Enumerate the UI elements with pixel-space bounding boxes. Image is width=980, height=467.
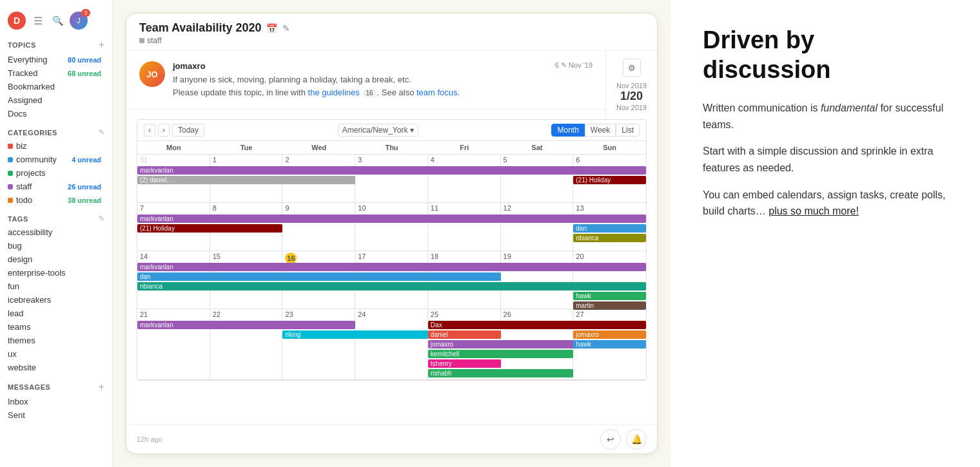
sidebar-item-ux[interactable]: ux <box>8 347 104 361</box>
cal-cell-14[interactable]: 14 <box>137 251 210 309</box>
cal-cell-24[interactable]: 24 <box>355 309 428 379</box>
cal-cell-31[interactable]: 31 <box>137 155 210 202</box>
sidebar-item-website[interactable]: website <box>8 361 104 374</box>
sidebar-item-fun[interactable]: fun <box>8 280 104 293</box>
sidebar-item-design[interactable]: design <box>8 253 104 266</box>
sidebar-item-tracked[interactable]: Tracked 68 unread <box>8 66 104 80</box>
cal-cell-5[interactable]: 5 <box>501 155 574 202</box>
todo-label: todo <box>16 195 32 205</box>
sidebar-item-themes[interactable]: themes <box>8 334 104 347</box>
sidebar-item-assigned[interactable]: Assigned <box>8 93 104 107</box>
settings-button[interactable]: ⚙ <box>623 59 641 77</box>
cal-cell-3[interactable]: 3 <box>355 155 428 202</box>
cal-view-buttons: Month Week List <box>551 124 640 137</box>
sidebar-item-community[interactable]: community 4 unread <box>8 153 104 166</box>
discourse-card: Team Availability 2020 📅 ✎ staff JO joma… <box>126 13 658 454</box>
cal-cell-25[interactable]: 25 <box>428 309 501 379</box>
cal-cell-11[interactable]: 11 <box>428 203 501 251</box>
topics-title: TOPICS <box>8 41 36 49</box>
cal-cell-13[interactable]: 13 <box>573 203 646 251</box>
cal-cell-18[interactable]: 18 <box>428 251 501 309</box>
cal-cell-17[interactable]: 17 <box>355 251 428 309</box>
sidebar-item-icebreakers[interactable]: icebreakers <box>8 293 104 307</box>
cal-cell-26[interactable]: 26 <box>501 309 574 379</box>
tags-edit-icon[interactable]: ✎ <box>99 214 104 223</box>
sidebar-item-projects[interactable]: projects <box>8 166 104 180</box>
docs-label: Docs <box>8 109 27 119</box>
cal-nav-buttons: ‹ › Today <box>144 124 204 137</box>
guidelines-link[interactable]: the guidelines <box>308 88 360 97</box>
sidebar-item-sent[interactable]: Sent <box>8 408 104 422</box>
reply-button[interactable]: ↩ <box>600 429 621 450</box>
staff-unread: 26 unread <box>64 182 104 191</box>
projects-dot <box>8 171 13 176</box>
post-footer: 12h ago ↩ 🔔 <box>126 424 657 453</box>
cal-cell-8[interactable]: 8 <box>210 203 283 251</box>
cal-cell-4[interactable]: 4 <box>428 155 501 202</box>
categories-edit-icon[interactable]: ✎ <box>99 128 104 137</box>
cal-cell-10[interactable]: 10 <box>355 203 428 251</box>
cal-timezone-selector[interactable]: America/New_York ▾ <box>338 124 418 137</box>
nav-count: 1/20 <box>616 90 647 104</box>
cal-cell-6[interactable]: 6 <box>573 155 646 202</box>
cal-cell-1[interactable]: 1 <box>210 155 283 202</box>
hamburger-menu-icon[interactable]: ☰ <box>31 14 45 28</box>
team-focus-link[interactable]: team focus <box>416 88 458 97</box>
cal-cell-23[interactable]: 23 <box>282 309 355 379</box>
post-nav: ⚙ Nov 2019 1/20 Nov 2019 <box>605 51 657 119</box>
cal-month-view-button[interactable]: Month <box>551 124 584 137</box>
messages-title: MESSAGES <box>8 383 50 391</box>
staff-label: staff <box>16 182 32 191</box>
bookmarked-label: Bookmarked <box>8 82 55 91</box>
cal-cell-21[interactable]: 21 <box>137 309 210 379</box>
messages-header: MESSAGES + <box>8 382 104 392</box>
cal-cell-9[interactable]: 9 <box>282 203 355 251</box>
post-meta: 6 ✎ Nov '19 <box>541 61 593 99</box>
cal-cell-27[interactable]: 27 <box>573 309 646 379</box>
cal-week-3: 14 15 16 17 18 19 20 markvanlan dan nbia… <box>137 251 646 309</box>
edit-icon[interactable]: ✎ <box>282 23 290 33</box>
notification-badge-container[interactable]: J 3 <box>70 12 88 30</box>
cal-next-button[interactable]: › <box>158 124 170 137</box>
sidebar-item-teams[interactable]: teams <box>8 320 104 334</box>
sidebar-item-enterprise-tools[interactable]: enterprise-tools <box>8 266 104 280</box>
learn-more-link[interactable]: plus so much more! <box>769 205 859 216</box>
sidebar-item-everything[interactable]: Everything 80 unread <box>8 53 104 66</box>
sidebar-item-bookmarked[interactable]: Bookmarked <box>8 80 104 93</box>
sidebar-item-inbox[interactable]: Inbox <box>8 395 104 408</box>
cal-cell-20[interactable]: 20 <box>573 251 646 309</box>
cal-list-view-button[interactable]: List <box>616 124 640 137</box>
sidebar-item-lead[interactable]: lead <box>8 307 104 320</box>
calendar-icon[interactable]: 📅 <box>266 23 277 33</box>
community-dot <box>8 157 13 162</box>
sidebar-item-accessibility[interactable]: accessibility <box>8 225 104 239</box>
search-icon[interactable]: 🔍 <box>50 14 64 28</box>
sidebar-item-todo[interactable]: todo 38 unread <box>8 193 104 207</box>
sidebar: D ☰ 🔍 J 3 TOPICS + Everything 80 unread … <box>0 0 113 467</box>
everything-label: Everything <box>8 55 47 64</box>
sidebar-item-staff[interactable]: staff 26 unread <box>8 180 104 193</box>
sidebar-item-bug[interactable]: bug <box>8 239 104 253</box>
topic-subtitle: staff <box>139 36 644 45</box>
cal-week-view-button[interactable]: Week <box>585 124 616 137</box>
cal-cell-15[interactable]: 15 <box>210 251 283 309</box>
sidebar-item-docs[interactable]: Docs <box>8 107 104 120</box>
sidebar-item-biz[interactable]: biz <box>8 139 104 153</box>
cal-cell-19[interactable]: 19 <box>501 251 574 309</box>
cal-cell-22[interactable]: 22 <box>210 309 283 379</box>
right-panel: Driven by discussion Written communicati… <box>671 0 980 467</box>
cal-today-button[interactable]: Today <box>172 124 204 137</box>
bell-button[interactable]: 🔔 <box>626 429 647 450</box>
cal-prev-button[interactable]: ‹ <box>144 124 155 137</box>
app-logo[interactable]: D <box>8 12 26 30</box>
cal-cell-12[interactable]: 12 <box>501 203 574 251</box>
cal-header-tue: Tue <box>210 141 283 155</box>
topics-add-button[interactable]: + <box>99 40 104 50</box>
messages-add-button[interactable]: + <box>99 382 104 392</box>
cal-grid: Mon Tue Wed Thu Fri Sat Sun 31 1 2 3 <box>137 141 646 380</box>
post-content: jomaxro If anyone is sick, moving, plann… <box>173 61 533 99</box>
assigned-label: Assigned <box>8 95 42 105</box>
cal-cell-16[interactable]: 16 <box>282 251 355 309</box>
cal-cell-2[interactable]: 2 <box>282 155 355 202</box>
cal-cell-7[interactable]: 7 <box>137 203 210 251</box>
